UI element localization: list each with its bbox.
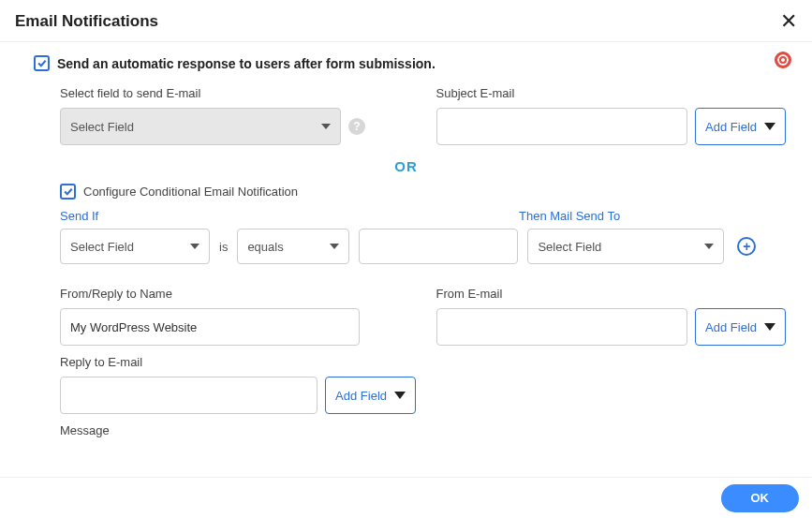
from-name-input[interactable] bbox=[60, 308, 360, 346]
reply-to-label: Reply to E-mail bbox=[60, 355, 416, 369]
subject-label: Subject E-mail bbox=[436, 86, 787, 100]
conditional-email-label: Configure Conditional Email Notification bbox=[83, 185, 298, 199]
ok-button[interactable]: OK bbox=[721, 484, 800, 512]
chevron-down-icon bbox=[764, 323, 775, 331]
select-field-dropdown[interactable]: Select Field bbox=[60, 108, 341, 145]
or-divider: OR bbox=[26, 158, 786, 174]
send-if-label: Send If bbox=[60, 209, 98, 223]
select-field-value: Select Field bbox=[70, 120, 134, 134]
chevron-down-icon bbox=[190, 244, 199, 249]
from-email-label: From E-mail bbox=[436, 287, 787, 301]
reply-to-add-field-button[interactable]: Add Field bbox=[325, 377, 416, 414]
send-auto-response-checkbox[interactable] bbox=[34, 55, 50, 71]
chevron-down-icon bbox=[704, 244, 714, 249]
send-auto-response-label: Send an automatic response to users afte… bbox=[57, 56, 436, 71]
from-email-input[interactable] bbox=[436, 308, 688, 346]
from-name-label: From/Reply to Name bbox=[60, 287, 410, 301]
condition-operator-dropdown[interactable]: equals bbox=[237, 229, 349, 264]
chevron-down-icon bbox=[330, 244, 339, 249]
condition-value-input[interactable] bbox=[359, 229, 518, 264]
chevron-down-icon bbox=[764, 123, 775, 130]
chevron-down-icon bbox=[321, 124, 331, 129]
then-mail-label: Then Mail Send To bbox=[519, 209, 716, 223]
message-label: Message bbox=[60, 423, 110, 437]
subject-add-field-button[interactable]: Add Field bbox=[695, 108, 786, 145]
from-email-add-field-button[interactable]: Add Field bbox=[695, 308, 786, 346]
select-field-label: Select field to send E-mail bbox=[60, 86, 410, 100]
add-condition-icon[interactable]: + bbox=[737, 237, 756, 256]
subject-input[interactable] bbox=[436, 108, 688, 145]
chevron-down-icon bbox=[394, 392, 406, 399]
conditional-email-checkbox[interactable] bbox=[60, 184, 76, 200]
is-word: is bbox=[219, 240, 228, 254]
then-mail-dropdown[interactable]: Select Field bbox=[527, 229, 724, 264]
reply-to-input[interactable] bbox=[60, 377, 317, 414]
help-lifering-icon[interactable] bbox=[775, 52, 791, 68]
help-tooltip-icon[interactable]: ? bbox=[348, 118, 365, 135]
close-icon[interactable]: ✕ bbox=[780, 11, 797, 32]
condition-field-dropdown[interactable]: Select Field bbox=[60, 229, 210, 264]
dialog-title: Email Notifications bbox=[15, 12, 158, 31]
